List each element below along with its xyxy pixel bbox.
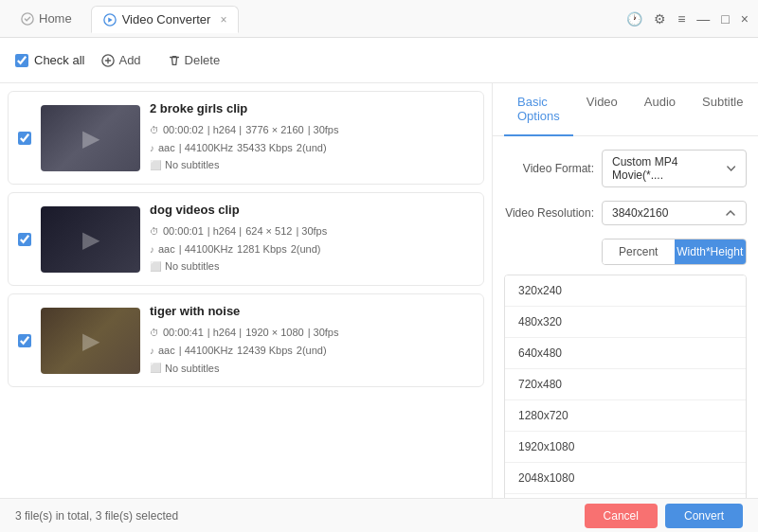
video-meta-row: ⏱ 00:00:41 | h264 | 1920 × 1080 | 30fps [150, 324, 474, 342]
audio-channels: 2(und) [291, 240, 321, 258]
chevron-down-icon [726, 163, 736, 174]
video-meta-row: ⏱ 00:00:01 | h264 | 624 × 512 | 30fps [150, 222, 474, 240]
subtitle-meta-icon: ⬜ [150, 360, 161, 376]
menu-icon[interactable]: ≡ [677, 11, 685, 27]
main-content: ▶ 2 broke girls clip ⏱ 00:00:02 | h264 |… [0, 83, 758, 498]
tab-audio[interactable]: Audio [631, 83, 689, 136]
file-item: ▶ 2 broke girls clip ⏱ 00:00:02 | h264 |… [8, 91, 484, 185]
active-tab-label: Video Converter [122, 12, 211, 27]
video-converter-tab[interactable]: Video Converter × [91, 6, 240, 33]
resolution: 1920 × 1080 [245, 324, 303, 342]
audio-meta-icon: ♪ [150, 241, 154, 257]
audio-codec: aac [158, 342, 175, 360]
fps: | 30fps [308, 324, 339, 342]
convert-button[interactable]: Convert [665, 504, 743, 528]
resolution-item[interactable]: 2560x1440 [505, 494, 746, 498]
file-info: 2 broke girls clip ⏱ 00:00:02 | h264 | 3… [150, 101, 474, 174]
file-item: ▶ tiger with noise ⏱ 00:00:41 | h264 | 1… [8, 293, 484, 387]
audio-bitrate: 1281 Kbps [237, 240, 287, 258]
subtitle-meta-row: ⬜ No subtitles [150, 360, 474, 378]
maximize-button[interactable]: □ [721, 11, 729, 27]
home-tab[interactable]: Home [9, 6, 83, 31]
resolution-item[interactable]: 480x320 [505, 307, 746, 338]
video-meta-icon: ⏱ [150, 325, 159, 341]
add-button[interactable]: Add [92, 48, 150, 72]
file-meta: ⏱ 00:00:01 | h264 | 624 × 512 | 30fps ♪ … [150, 222, 474, 275]
percent-toggle[interactable]: Percent [603, 239, 675, 264]
video-meta-row: ⏱ 00:00:02 | h264 | 3776 × 2160 | 30fps [150, 121, 474, 139]
file-meta: ⏱ 00:00:02 | h264 | 3776 × 2160 | 30fps … [150, 121, 474, 174]
status-buttons: Cancel Convert [585, 504, 743, 528]
subtitles: No subtitles [165, 156, 219, 174]
resolution-item[interactable]: 320x240 [505, 275, 746, 307]
resolution-item[interactable]: 1920x1080 [505, 432, 746, 463]
toolbar: Check all Add Delete [0, 38, 758, 83]
resolution-item[interactable]: 2048x1080 [505, 463, 746, 494]
audio-freq: | 44100KHz [179, 342, 233, 360]
subtitles: No subtitles [165, 360, 219, 378]
audio-meta-icon: ♪ [150, 140, 154, 156]
converter-icon [103, 13, 117, 27]
video-format-row: Video Format: Custom MP4 Movie(*.... [504, 150, 747, 187]
file-info: tiger with noise ⏱ 00:00:41 | h264 | 192… [150, 304, 474, 377]
file-checkbox[interactable] [18, 233, 31, 246]
audio-meta-row: ♪ aac | 44100KHz 35433 Kbps 2(und) [150, 139, 474, 157]
delete-icon [168, 54, 181, 67]
panel-content: Video Format: Custom MP4 Movie(*.... Vid… [493, 136, 758, 498]
audio-bitrate: 35433 Kbps [237, 139, 293, 157]
chevron-up-icon [725, 207, 736, 219]
video-meta-icon: ⏱ [150, 122, 159, 138]
file-meta: ⏱ 00:00:41 | h264 | 1920 × 1080 | 30fps … [150, 324, 474, 377]
close-button[interactable]: × [741, 11, 749, 27]
home-tab-label: Home [39, 11, 72, 26]
check-all-wrapper[interactable]: Check all [15, 53, 84, 67]
check-all-checkbox[interactable] [15, 54, 28, 67]
settings-icon[interactable]: ⚙ [654, 11, 666, 27]
thumbnail-image: ▶ [41, 206, 140, 273]
file-thumbnail: ▶ [41, 105, 140, 171]
resolution-item[interactable]: 1280x720 [505, 400, 746, 432]
status-text: 3 file(s) in total, 3 file(s) selected [15, 509, 178, 523]
resolution-item[interactable]: 640x480 [505, 338, 746, 369]
thumbnail-image: ▶ [41, 308, 140, 374]
video-resolution-label: Video Resolution: [504, 206, 594, 220]
options-tabs: Basic OptionsVideoAudioSubtitle [493, 83, 758, 136]
dimension-toggle-group: Percent Width*Height [602, 239, 747, 265]
file-item: ▶ dog videos clip ⏱ 00:00:01 | h264 | 62… [8, 192, 484, 286]
minimize-button[interactable]: — [696, 11, 710, 27]
delete-button[interactable]: Delete [158, 48, 230, 72]
close-tab-button[interactable]: × [220, 13, 226, 27]
file-checkbox[interactable] [18, 132, 31, 145]
audio-codec: aac [158, 139, 175, 157]
cancel-button[interactable]: Cancel [585, 504, 658, 528]
subtitle-meta-row: ⬜ No subtitles [150, 257, 474, 275]
resolution: 624 × 512 [245, 222, 292, 240]
file-list: ▶ 2 broke girls clip ⏱ 00:00:02 | h264 |… [0, 83, 493, 498]
duration: 00:00:02 [163, 121, 204, 139]
codec: | h264 | [208, 324, 242, 342]
tab-video[interactable]: Video [573, 83, 631, 136]
width-height-toggle[interactable]: Width*Height [675, 239, 747, 264]
add-icon [101, 54, 115, 67]
resolution-list: 320x240480x320640x480720x4801280x7201920… [504, 275, 747, 498]
subtitle-meta-icon: ⬜ [150, 258, 161, 275]
video-meta-icon: ⏱ [150, 223, 159, 239]
video-format-select[interactable]: Custom MP4 Movie(*.... [602, 150, 747, 187]
tab-subtitle[interactable]: Subtitle [689, 83, 756, 136]
thumbnail-image: ▶ [41, 105, 140, 171]
resolution-item[interactable]: 720x480 [505, 369, 746, 400]
subtitle-meta-row: ⬜ No subtitles [150, 156, 474, 174]
tab-basic-options[interactable]: Basic Options [504, 83, 573, 136]
video-resolution-value: 3840x2160 [612, 206, 668, 220]
delete-label: Delete [185, 53, 221, 67]
subtitles: No subtitles [165, 257, 219, 275]
video-resolution-select[interactable]: 3840x2160 [602, 201, 747, 225]
codec: | h264 | [208, 121, 242, 139]
duration: 00:00:01 [163, 222, 204, 240]
subtitle-meta-icon: ⬜ [150, 157, 161, 173]
history-icon[interactable]: 🕐 [626, 11, 642, 27]
audio-codec: aac [158, 240, 175, 258]
file-checkbox[interactable] [18, 334, 31, 347]
status-bar: 3 file(s) in total, 3 file(s) selected C… [0, 498, 758, 532]
fps: | 30fps [296, 222, 327, 240]
